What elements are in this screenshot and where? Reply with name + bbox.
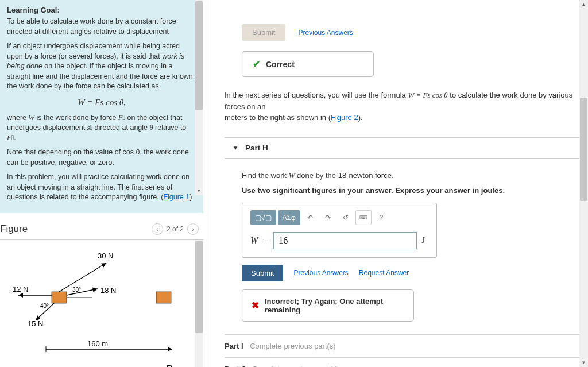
figure-title: Figure xyxy=(0,223,28,235)
part-j-msg: Complete previous part(s) xyxy=(252,365,338,368)
svg-text:160 m: 160 m xyxy=(87,339,108,348)
figure-pager: ‹ 2 of 2 › xyxy=(152,223,199,235)
svg-rect-0 xyxy=(52,292,67,303)
symbols-button[interactable]: ΑΣφ xyxy=(278,210,300,225)
scroll-down-icon[interactable]: ▾ xyxy=(195,187,203,195)
pager-label: 2 of 2 xyxy=(167,225,184,233)
learning-practice: In this problem, you will practice calcu… xyxy=(7,172,196,203)
answer-input[interactable] xyxy=(273,232,417,249)
previous-answers-link[interactable]: Previous Answers xyxy=(293,269,348,277)
svg-text:18 N: 18 N xyxy=(100,286,116,295)
redo-button[interactable]: ↷ xyxy=(320,210,336,225)
figure-scrollbar[interactable]: ▴ ▾ xyxy=(195,240,203,368)
scroll-thumb[interactable] xyxy=(195,1,203,110)
request-answer-link[interactable]: Request Answer xyxy=(359,269,409,277)
check-icon: ✔ xyxy=(253,59,260,69)
svg-text:40°: 40° xyxy=(40,303,49,309)
equals-sign: = xyxy=(262,235,269,246)
x-icon: ✖ xyxy=(252,300,259,311)
collapse-icon[interactable]: ▼ xyxy=(233,145,238,151)
part-i-locked: Part I Complete previous part(s) xyxy=(225,334,588,357)
scroll-thumb[interactable] xyxy=(195,241,203,333)
answer-variable: W xyxy=(250,235,258,246)
scroll-thumb[interactable] xyxy=(580,98,587,201)
scroll-up-icon[interactable]: ▴ xyxy=(579,0,588,9)
correct-feedback: ✔ Correct xyxy=(242,51,374,77)
answer-unit: J xyxy=(421,235,425,245)
work-formula: W = Fs cos θ, xyxy=(7,98,196,107)
force-diagram: 30 N 18 N 30° 12 N 15 N 40° xyxy=(6,246,189,368)
learning-where: where W is the work done by force F⃗ on … xyxy=(7,113,196,144)
question-instruction: Use two significant figures in your answ… xyxy=(242,186,577,195)
svg-text:30°: 30° xyxy=(72,287,81,293)
svg-text:15 N: 15 N xyxy=(28,319,43,328)
incorrect-text: Incorrect; Try Again; One attempt remain… xyxy=(265,297,404,314)
part-h-label: Part H xyxy=(245,144,268,152)
svg-text:12 N: 12 N xyxy=(13,285,28,293)
part-j-locked: Part J Complete previous part(s) xyxy=(225,357,588,368)
learning-note: Note that depending on the value of cos … xyxy=(7,148,196,168)
submit-button-disabled: Submit xyxy=(242,24,285,41)
svg-line-3 xyxy=(67,289,98,295)
right-scrollbar[interactable]: ▴ ▾ xyxy=(579,0,588,367)
help-button[interactable]: ? xyxy=(373,210,389,225)
part-h-header[interactable]: ▼ Part H xyxy=(225,137,588,159)
figure-1-link[interactable]: Figure 1 xyxy=(163,193,189,201)
keyboard-button[interactable]: ⌨ xyxy=(355,210,372,225)
equation-toolbar: ▢√▢ ΑΣφ ↶ ↷ ↺ ⌨ ? xyxy=(250,210,428,225)
figure-canvas: 30 N 18 N 30° 12 N 15 N 40° xyxy=(0,240,203,368)
previous-answers-link[interactable]: Previous Answers xyxy=(298,29,353,37)
svg-text:B: B xyxy=(167,363,173,368)
pager-prev-button[interactable]: ‹ xyxy=(152,223,163,235)
submit-button[interactable]: Submit xyxy=(242,265,283,281)
svg-text:30 N: 30 N xyxy=(98,252,113,260)
incorrect-feedback: ✖ Incorrect; Try Again; One attempt rema… xyxy=(242,289,414,322)
svg-line-1 xyxy=(59,263,106,292)
correct-label: Correct xyxy=(266,60,295,69)
reset-button[interactable]: ↺ xyxy=(338,210,354,225)
undo-button[interactable]: ↶ xyxy=(302,210,318,225)
intro-text: In the next series of questions, you wil… xyxy=(225,90,588,123)
learning-title: Learning Goal: xyxy=(7,6,196,14)
answer-box: ▢√▢ ΑΣφ ↶ ↷ ↺ ⌨ ? W = J xyxy=(242,203,437,258)
figure-2-link[interactable]: Figure 2 xyxy=(331,113,358,122)
learning-para-1: If an object undergoes displacement whil… xyxy=(7,41,196,92)
left-scrollbar[interactable]: ▴ ▾ xyxy=(195,0,203,195)
svg-rect-12 xyxy=(156,292,171,303)
question-text: Find the work W done by the 18-newton fo… xyxy=(242,171,577,180)
figure-section: Figure ‹ 2 of 2 › 30 N xyxy=(0,223,203,368)
part-i-msg: Complete previous part(s) xyxy=(250,342,336,350)
templates-button[interactable]: ▢√▢ xyxy=(250,210,276,225)
part-j-label: Part J xyxy=(225,365,245,368)
pager-next-button[interactable]: › xyxy=(187,223,199,235)
learning-goal-box: Learning Goal: To be able to calculate w… xyxy=(0,0,203,213)
learning-goal: To be able to calculate work done by a c… xyxy=(7,17,196,37)
scroll-down-icon[interactable]: ▾ xyxy=(579,358,588,367)
part-i-label: Part I xyxy=(225,342,243,350)
